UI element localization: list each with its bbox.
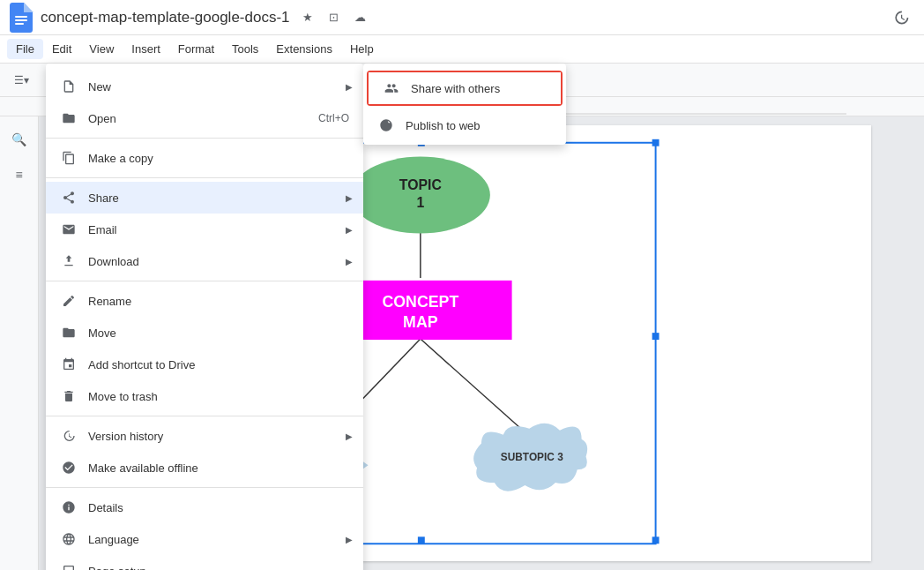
top-bar: concept-map-template-google-docs-1 ★ ⊡ ☁ [0,0,924,35]
offline-icon [60,459,78,476]
svg-text:CONCEPT: CONCEPT [382,293,458,311]
file-new-label: New [88,80,349,94]
doc-title: concept-map-template-google-docs-1 [41,9,290,26]
copy-icon [60,149,78,167]
menu-view[interactable]: View [80,39,123,59]
share-submenu: Share with others Publish to web [363,64,566,145]
version-history-button[interactable] [887,4,915,32]
open-icon [60,109,78,127]
move-label: Move [88,326,349,340]
left-sidebar: 🔍 ≡ [0,116,39,570]
language-icon [60,530,78,548]
file-language-item[interactable]: Language [46,523,363,555]
file-menu-section-2: Make a copy [46,139,363,178]
svg-rect-21 [652,536,659,544]
menu-format[interactable]: Format [169,39,223,59]
file-page-setup-item[interactable]: Page setup [46,555,363,570]
file-menu-section-5: Version history Make available offline [46,416,363,488]
menu-help[interactable]: Help [341,39,383,59]
email-icon [60,221,78,238]
file-new-item[interactable]: New [46,71,363,102]
share-with-others-label: Share with others [411,82,500,95]
file-move-item[interactable]: Move [46,317,363,349]
svg-rect-20 [418,536,425,544]
menu-tools[interactable]: Tools [223,39,267,59]
sidebar-collapse-button[interactable]: ≡ [5,161,34,189]
menu-insert[interactable]: Insert [123,39,169,59]
svg-rect-18 [652,333,659,340]
doc-action-icons: ★ ⊡ ☁ [297,7,371,28]
file-menu-section-6: Details Language Page setup [46,488,363,570]
svg-rect-1 [15,19,27,21]
file-version-history-item[interactable]: Version history [46,420,363,452]
svg-text:1: 1 [416,195,424,210]
open-shortcut: Ctrl+O [318,112,349,124]
file-email-item[interactable]: Email [46,214,363,245]
svg-rect-2 [15,23,24,25]
menu-bar: File Edit View Insert Format Tools Exten… [0,35,924,64]
search-sidebar-button[interactable]: 🔍 [5,125,34,154]
shortcut-icon [60,356,78,373]
share-others-icon [383,79,400,97]
file-rename-item[interactable]: Rename [46,285,363,317]
rename-label: Rename [88,295,349,308]
star-button[interactable]: ★ [297,7,318,28]
file-move-trash-item[interactable]: Move to trash [46,380,363,412]
svg-text:TOPIC: TOPIC [399,177,442,192]
svg-text:MAP: MAP [403,313,438,331]
make-copy-label: Make a copy [88,152,349,165]
menu-edit[interactable]: Edit [43,39,80,59]
share-with-others-item[interactable]: Share with others [369,72,561,104]
svg-rect-16 [652,139,659,146]
file-download-item[interactable]: Download [46,245,363,277]
cloud-save-button[interactable]: ⊡ [324,7,345,28]
version-history-label: Version history [88,430,349,443]
details-icon [60,499,78,516]
publish-icon [377,116,395,134]
details-label: Details [88,501,349,514]
file-offline-item[interactable]: Make available offline [46,452,363,484]
email-label: Email [88,223,349,236]
file-add-shortcut-item[interactable]: Add shortcut to Drive [46,349,363,380]
share-icon [60,189,78,206]
page-setup-label: Page setup [88,565,349,571]
file-make-copy-item[interactable]: Make a copy [46,142,363,174]
language-label: Language [88,533,349,546]
file-menu-section-4: Rename Move Add shortcut to Drive Move t… [46,281,363,416]
file-menu-section-3: Share Email Download [46,178,363,281]
move-icon [60,324,78,341]
page-setup-icon [60,562,78,570]
history-icon [60,427,78,445]
rename-icon [60,292,78,310]
trash-icon [60,387,78,405]
menu-file[interactable]: File [7,39,43,59]
svg-text:SUBTOPIC 3: SUBTOPIC 3 [501,451,563,463]
download-label: Download [88,255,349,268]
move-trash-label: Move to trash [88,390,349,403]
publish-to-web-item[interactable]: Publish to web [363,109,566,141]
publish-to-web-label: Publish to web [406,119,481,132]
file-open-label: Open [88,112,318,125]
file-menu-section-1: New Open Ctrl+O [46,67,363,139]
new-icon [60,78,78,95]
offline-label: Make available offline [88,461,349,475]
file-details-item[interactable]: Details [46,491,363,523]
svg-rect-0 [15,16,27,18]
add-shortcut-label: Add shortcut to Drive [88,358,349,371]
toolbar-align-btn[interactable]: ☰▾ [7,71,36,90]
file-share-item[interactable]: Share [46,182,363,214]
docs-icon [9,3,34,33]
file-menu-dropdown: New Open Ctrl+O Make a copy Share [46,64,363,570]
history-cloud-button[interactable]: ☁ [350,7,371,28]
menu-extensions[interactable]: Extensions [267,39,341,59]
share-label: Share [88,191,349,205]
download-icon [60,252,78,270]
file-open-item[interactable]: Open Ctrl+O [46,102,363,134]
